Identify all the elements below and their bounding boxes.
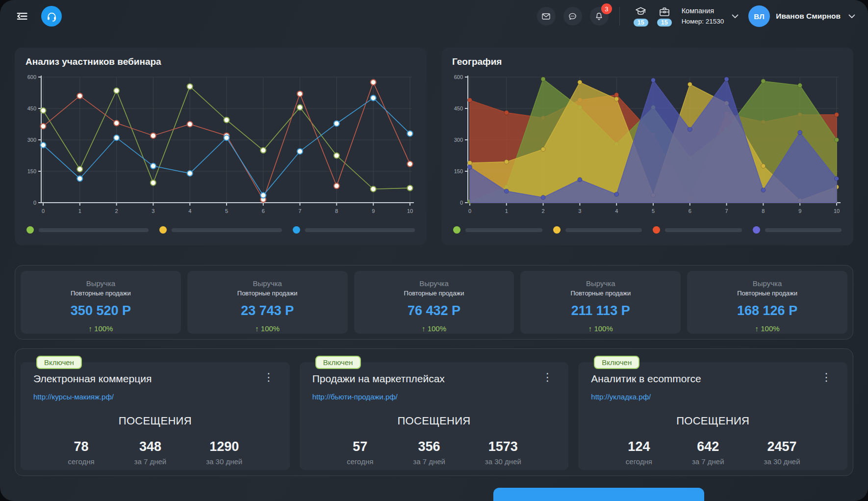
slider-track[interactable]: [305, 228, 415, 232]
graduation-cap-icon: [635, 6, 647, 17]
visits-label: за 7 дней: [413, 457, 445, 466]
svg-text:0: 0: [468, 208, 471, 214]
site-url-link[interactable]: http://курсы-макияж.рф/: [33, 393, 114, 401]
user-chevron-down-icon[interactable]: [848, 14, 855, 19]
revenue-sublabel: Повторные продажи: [691, 290, 843, 297]
series-slider[interactable]: [293, 226, 415, 234]
company-info[interactable]: Компания Номер: 21530: [682, 5, 724, 26]
svg-text:1: 1: [78, 208, 81, 214]
svg-text:450: 450: [27, 105, 36, 111]
status-badge: Включен: [315, 356, 361, 369]
menu-collapse-icon: [15, 9, 28, 23]
user-name[interactable]: Иванов Смирнов: [776, 12, 841, 21]
series-slider[interactable]: [26, 226, 149, 234]
visits-value: 356: [413, 439, 445, 454]
svg-text:4: 4: [188, 208, 191, 214]
revenue-label: Выручка: [25, 279, 177, 288]
site-url-link[interactable]: http://бьюти-продажи.рф/: [312, 393, 398, 401]
svg-text:150: 150: [454, 168, 463, 174]
svg-text:0: 0: [33, 200, 36, 206]
svg-text:5: 5: [225, 208, 228, 214]
series-slider[interactable]: [753, 226, 842, 234]
revenue-value: 23 743 Р: [191, 303, 344, 318]
site-card: Включен Продажи на маркетплейсах ⋮ http:…: [300, 362, 569, 470]
mail-button[interactable]: [537, 7, 556, 26]
series-slider[interactable]: [553, 226, 642, 234]
svg-text:1: 1: [505, 208, 508, 214]
series-color-dot[interactable]: [26, 226, 34, 234]
series-slider[interactable]: [159, 226, 281, 234]
series-slider[interactable]: [453, 226, 542, 234]
visits-label: сегодня: [347, 457, 373, 466]
kebab-menu-icon[interactable]: ⋮: [260, 373, 277, 382]
cases-counter[interactable]: 15: [657, 6, 672, 26]
svg-text:4: 4: [615, 208, 618, 214]
series-color-dot[interactable]: [753, 226, 760, 234]
series-color-dot[interactable]: [653, 226, 660, 234]
visits-label: сегодня: [68, 457, 94, 466]
webinar-analysis-chart-card: Анализ участников вебинара 0123456789100…: [15, 48, 427, 245]
headset-icon: [46, 11, 57, 22]
series-color-dot[interactable]: [293, 226, 300, 234]
revenue-value: 350 520 Р: [25, 303, 177, 318]
visits-label: за 30 дней: [764, 457, 800, 466]
revenue-delta: ↑ 100%: [25, 324, 177, 333]
kebab-menu-icon[interactable]: ⋮: [539, 373, 556, 382]
revenue-label: Выручка: [524, 279, 677, 288]
courses-count-badge: 15: [634, 19, 648, 26]
company-chevron-down-icon[interactable]: [732, 14, 739, 19]
briefcase-icon: [659, 6, 670, 17]
svg-text:0: 0: [42, 208, 45, 214]
slider-track[interactable]: [465, 228, 542, 232]
series-color-dot[interactable]: [453, 226, 460, 234]
revenue-value: 211 113 Р: [524, 303, 677, 318]
svg-text:600: 600: [454, 74, 463, 80]
revenue-card: Выручка Повторные продажи 76 432 Р ↑ 100…: [354, 271, 514, 334]
bell-icon: [594, 12, 604, 21]
revenue-sublabel: Повторные продажи: [191, 290, 344, 297]
kebab-menu-icon[interactable]: ⋮: [818, 373, 835, 382]
header-divider: [619, 7, 620, 26]
slider-track[interactable]: [565, 228, 642, 232]
revenue-card: Выручка Повторные продажи 23 743 Р ↑ 100…: [187, 271, 348, 334]
visits-section-title: ПОСЕЩЕНИЯ: [312, 415, 556, 427]
geography-area-chart: 0123456789100150300450600: [449, 72, 845, 219]
svg-text:8: 8: [762, 208, 765, 214]
series-color-dot[interactable]: [159, 226, 167, 234]
revenue-sublabel: Повторные продажи: [524, 290, 677, 297]
svg-text:7: 7: [299, 208, 302, 214]
svg-text:3: 3: [152, 208, 154, 214]
visits-value: 2457: [764, 439, 800, 454]
svg-text:7: 7: [725, 208, 728, 214]
chat-button[interactable]: [563, 7, 582, 26]
svg-text:10: 10: [407, 208, 413, 214]
series-color-dot[interactable]: [553, 226, 561, 234]
site-title: Электронная коммерция: [33, 373, 152, 385]
slider-track[interactable]: [665, 228, 742, 232]
app-logo[interactable]: [41, 6, 62, 26]
slider-track[interactable]: [172, 228, 281, 232]
svg-text:9: 9: [372, 208, 375, 214]
sidebar-toggle-button[interactable]: [15, 9, 28, 23]
geography-chart-card: География 0123456789100150300450600: [441, 48, 853, 245]
svg-text:10: 10: [834, 208, 840, 214]
slider-track[interactable]: [765, 228, 842, 232]
revenue-label: Выручка: [358, 279, 511, 288]
site-card: Включен Электронная коммерция ⋮ http://к…: [21, 362, 290, 470]
svg-text:5: 5: [652, 208, 655, 214]
bottom-notification-bar[interactable]: [493, 488, 704, 501]
site-url-link[interactable]: http://укладка.рф/: [591, 393, 651, 401]
revenue-delta: ↑ 100%: [358, 324, 511, 333]
visits-label: сегодня: [626, 457, 652, 466]
series-slider[interactable]: [653, 226, 742, 234]
main-content: Анализ участников вебинара 0123456789100…: [0, 48, 868, 476]
status-badge: Включен: [594, 356, 639, 369]
user-avatar[interactable]: ВЛ: [748, 5, 770, 27]
notifications-button[interactable]: 3: [590, 7, 609, 26]
revenue-delta: ↑ 100%: [691, 324, 843, 333]
slider-track[interactable]: [39, 228, 149, 232]
courses-counter[interactable]: 15: [634, 6, 648, 26]
visits-value: 78: [68, 439, 94, 454]
svg-text:150: 150: [27, 168, 36, 174]
chat-icon: [568, 12, 577, 21]
